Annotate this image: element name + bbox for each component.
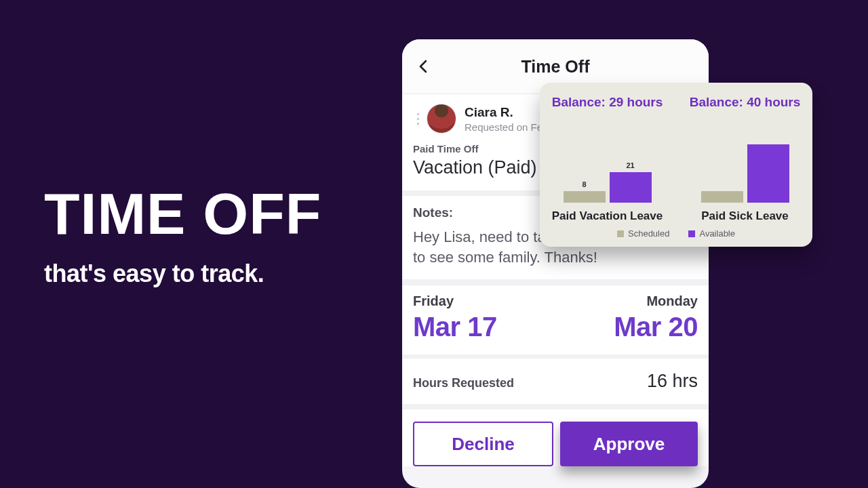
start-dow: Friday — [413, 293, 497, 309]
back-icon[interactable] — [416, 58, 432, 75]
page-title: Time Off — [521, 57, 590, 77]
swatch-available-icon — [688, 230, 695, 237]
bar-vacation-scheduled: 8 — [564, 191, 606, 203]
hero-subtitle: that's easy to track. — [44, 260, 321, 288]
chart-sick-bars — [688, 116, 802, 203]
action-row: Decline Approve — [402, 409, 709, 466]
bar-value: 8 — [564, 180, 606, 188]
chart-sick-category: Paid Sick Leave — [701, 209, 789, 223]
chart-legend: Scheduled Available — [551, 228, 802, 239]
approve-button[interactable]: Approve — [560, 422, 698, 466]
legend-available: Available — [688, 228, 735, 239]
hero-title: TIME OFF — [44, 186, 321, 242]
chart-sick-title: Balance: 40 hours — [690, 95, 801, 110]
chart-vacation: Balance: 29 hours 8 21 Paid Vacation Lea… — [551, 95, 664, 223]
balance-charts: Balance: 29 hours 8 21 Paid Vacation Lea… — [551, 95, 802, 223]
decline-button[interactable]: Decline — [413, 422, 553, 466]
start-date: Mar 17 — [413, 312, 497, 342]
end-dow: Monday — [614, 293, 698, 309]
balance-panel: Balance: 29 hours 8 21 Paid Vacation Lea… — [540, 83, 812, 247]
chart-vacation-title: Balance: 29 hours — [552, 95, 663, 110]
legend-scheduled: Scheduled — [617, 228, 669, 239]
swatch-scheduled-icon — [617, 230, 624, 237]
date-range-block: Friday Mar 17 Monday Mar 20 — [402, 285, 709, 354]
hours-requested-row: Hours Requested 16 hrs — [402, 358, 709, 404]
bar-vacation-available: 21 — [610, 172, 652, 203]
bar-sick-available — [747, 144, 789, 203]
chart-sick: Balance: 40 hours Paid Sick Leave — [688, 95, 802, 223]
chart-vacation-category: Paid Vacation Leave — [552, 209, 663, 223]
bar-sick-scheduled — [701, 191, 743, 203]
bar-value: 21 — [610, 161, 652, 169]
kebab-icon[interactable] — [413, 112, 422, 126]
hours-requested-label: Hours Requested — [413, 376, 514, 390]
hours-requested-value: 16 hrs — [647, 371, 698, 392]
hero: TIME OFF that's easy to track. — [44, 186, 321, 288]
end-date: Mar 20 — [614, 312, 698, 342]
chart-vacation-bars: 8 21 — [551, 116, 664, 203]
avatar — [427, 104, 456, 134]
